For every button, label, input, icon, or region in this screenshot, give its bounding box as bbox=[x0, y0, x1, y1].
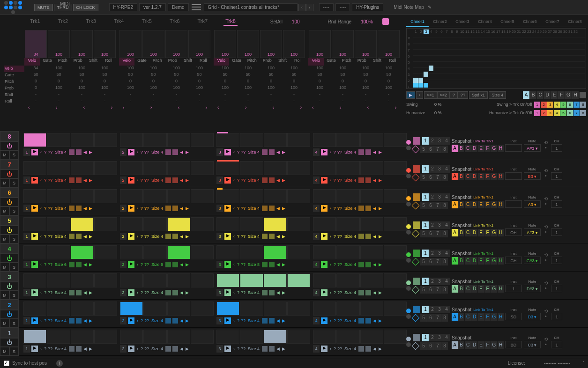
snapshot-num-5[interactable]: 5 bbox=[420, 202, 427, 209]
lane-arrow-left[interactable]: ◀ bbox=[276, 178, 280, 183]
seq-value[interactable]: - bbox=[354, 98, 377, 105]
lane-cell[interactable] bbox=[143, 217, 166, 231]
snapshot-letter-A[interactable]: A bbox=[452, 257, 458, 265]
seq-cell[interactable]: 100 bbox=[71, 30, 93, 58]
lane-q2[interactable]: ?? bbox=[337, 234, 342, 239]
dice-icon[interactable] bbox=[165, 262, 171, 267]
seq-value[interactable]: 100 bbox=[331, 66, 354, 72]
lane-play-button[interactable]: ▶ bbox=[321, 149, 327, 155]
dot-icon[interactable]: • bbox=[543, 342, 549, 347]
seq-cell[interactable]: 100 bbox=[119, 30, 141, 58]
lane-play-button[interactable]: ▶ bbox=[31, 261, 38, 268]
chainer-tab-7[interactable]: Chner7 bbox=[541, 18, 564, 27]
inst-value[interactable] bbox=[505, 144, 522, 152]
snapshot-num-7[interactable]: 7 bbox=[434, 202, 441, 209]
lane-q1[interactable]: ? bbox=[334, 346, 336, 351]
dice-icon[interactable] bbox=[269, 234, 275, 239]
lane-cell[interactable] bbox=[240, 273, 263, 287]
lane-prev[interactable]: ‹ bbox=[39, 290, 43, 295]
power-button[interactable]: ⏻ bbox=[0, 310, 19, 319]
ch-value[interactable]: 1 bbox=[551, 285, 562, 292]
seq-value[interactable]: - bbox=[377, 98, 400, 105]
seq-cell[interactable]: 100 bbox=[165, 30, 187, 58]
lane-arrow-right[interactable]: ▶ bbox=[378, 318, 382, 323]
snapshot-num-4[interactable]: 4 bbox=[443, 334, 450, 341]
lane-cell[interactable] bbox=[384, 273, 407, 287]
dice-icon[interactable] bbox=[262, 206, 268, 211]
seq-value[interactable]: 100 bbox=[354, 66, 377, 72]
lane-cell[interactable] bbox=[23, 133, 46, 147]
lane-prev[interactable]: ‹ bbox=[39, 178, 43, 183]
link-icon[interactable]: ⟲ bbox=[544, 309, 548, 314]
snapshot-letter-G[interactable]: G bbox=[491, 145, 497, 152]
lane-arrow-right[interactable]: ▶ bbox=[282, 150, 286, 155]
humanize-value[interactable]: 0 % bbox=[434, 110, 453, 115]
lane-arrow-right[interactable]: ▶ bbox=[378, 262, 382, 267]
lane-arrow-right[interactable]: ▶ bbox=[282, 262, 286, 267]
lane-q2[interactable]: ?? bbox=[241, 346, 246, 351]
lane-cell[interactable] bbox=[23, 161, 46, 175]
lane-prev[interactable]: ‹ bbox=[39, 150, 43, 155]
dashes-1[interactable]: ---- bbox=[319, 3, 334, 11]
lane-q2[interactable]: ?? bbox=[144, 290, 149, 295]
dice-icon[interactable] bbox=[269, 346, 275, 352]
dice-icon[interactable] bbox=[262, 177, 268, 183]
solo-button[interactable]: S bbox=[9, 347, 19, 356]
snapshot-letter-F[interactable]: F bbox=[484, 173, 491, 180]
grid-step-num[interactable]: 1 bbox=[413, 29, 418, 34]
lane-prev[interactable]: ‹ bbox=[232, 206, 236, 211]
lane-play-button[interactable]: ▶ bbox=[321, 233, 327, 240]
lane-size[interactable]: Size 4 bbox=[54, 234, 67, 239]
seq-label-gate[interactable]: Gate bbox=[4, 72, 24, 79]
dice-icon[interactable] bbox=[365, 346, 371, 352]
seq-value[interactable]: 0 bbox=[214, 79, 237, 85]
seq-value[interactable]: 50 bbox=[165, 72, 188, 79]
snapshot-letter-A[interactable]: A bbox=[452, 341, 458, 349]
seq-value[interactable]: 100 bbox=[93, 66, 116, 72]
seq-value[interactable]: - bbox=[237, 92, 260, 98]
lane-cell[interactable] bbox=[71, 133, 94, 147]
solo-button[interactable]: S bbox=[9, 206, 19, 215]
seq-value[interactable]: 0 bbox=[119, 79, 142, 85]
snapshot-num-4[interactable]: 4 bbox=[443, 250, 450, 257]
lane-arrow-left[interactable]: ◀ bbox=[372, 206, 377, 211]
lane-arrow-left[interactable]: ◀ bbox=[179, 178, 184, 183]
note-value[interactable]: B3 ▾ bbox=[524, 172, 541, 180]
seq-nav-prev[interactable]: ‹ bbox=[273, 105, 274, 111]
snapshot-letter-E[interactable]: E bbox=[478, 173, 484, 180]
dice-icon[interactable] bbox=[262, 346, 268, 352]
lane-prev[interactable]: ‹ bbox=[329, 206, 332, 211]
link-icon[interactable]: ⟲ bbox=[544, 196, 548, 201]
seq-value[interactable]: - bbox=[24, 98, 47, 105]
seq-value[interactable]: 50 bbox=[283, 72, 305, 79]
seq-value[interactable]: 50 bbox=[308, 72, 331, 79]
solo-button[interactable]: S bbox=[9, 235, 19, 243]
seq-nav-prev[interactable]: ‹ bbox=[28, 105, 30, 111]
lane-arrow-right[interactable]: ▶ bbox=[282, 346, 286, 351]
seq-nav-next[interactable]: › bbox=[56, 105, 57, 111]
lane-cell[interactable] bbox=[143, 330, 166, 344]
diamond-icon[interactable] bbox=[412, 342, 420, 350]
lane-size[interactable]: Size 4 bbox=[343, 346, 357, 351]
seq-cell[interactable]: 100 bbox=[355, 30, 377, 58]
lane-size[interactable]: Size 4 bbox=[247, 290, 261, 295]
lane-cell[interactable] bbox=[23, 273, 46, 287]
seq-cell[interactable]: 100 bbox=[260, 30, 282, 58]
seq-label-prob[interactable]: Prob bbox=[4, 85, 24, 92]
lane-prev[interactable]: ‹ bbox=[232, 290, 236, 295]
lane-q1[interactable]: ? bbox=[141, 290, 143, 295]
lane-cell[interactable] bbox=[360, 161, 383, 175]
trk-onoff-4[interactable]: 4 bbox=[554, 110, 560, 116]
grid-step-num[interactable]: 26 bbox=[542, 29, 547, 34]
next-button[interactable]: › bbox=[306, 4, 313, 11]
lane-q2[interactable]: ?? bbox=[241, 234, 246, 239]
seq-value[interactable]: 100 bbox=[70, 85, 93, 92]
dice-icon[interactable] bbox=[262, 262, 268, 267]
dice-icon[interactable] bbox=[76, 318, 82, 324]
seq-param-pitch[interactable]: Pitch bbox=[55, 58, 70, 66]
lane-arrow-left[interactable]: ◀ bbox=[372, 178, 377, 183]
lane-q1[interactable]: ? bbox=[141, 178, 143, 183]
grid-step-num[interactable]: 11 bbox=[465, 29, 470, 34]
dice-icon[interactable] bbox=[165, 346, 171, 352]
lane-cell[interactable] bbox=[120, 330, 143, 344]
